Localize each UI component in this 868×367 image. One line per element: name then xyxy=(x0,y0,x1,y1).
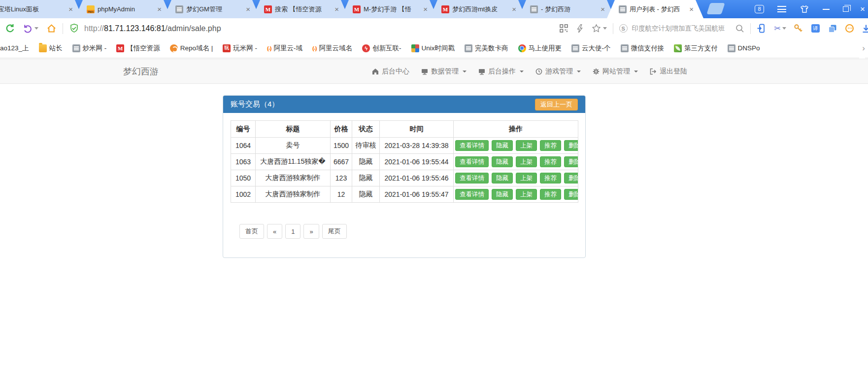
bookmark-item[interactable]: DNSPo xyxy=(728,44,760,52)
browser-tab[interactable]: PMAphpMyAdmin× xyxy=(75,0,171,18)
nav-item-display-1[interactable]: 数据管理 xyxy=(415,59,472,84)
nav-item-clock-3[interactable]: 游戏管理 xyxy=(530,59,587,84)
close-icon[interactable]: × xyxy=(334,5,339,13)
close-icon[interactable]: × xyxy=(157,5,162,13)
recommend-button[interactable]: 推荐 xyxy=(540,156,561,168)
bookmark-item[interactable]: (-)阿里云-域 xyxy=(267,44,302,53)
pagination-first[interactable]: 首页 xyxy=(239,224,264,239)
bookmark-item[interactable]: ao123_上 xyxy=(0,44,29,53)
hide-button[interactable]: 隐藏 xyxy=(492,156,513,168)
home-icon[interactable] xyxy=(46,23,57,34)
search-icon[interactable] xyxy=(735,24,744,33)
delete-button[interactable]: 删除 xyxy=(564,140,578,151)
nav-item-display-2[interactable]: 后台操作 xyxy=(472,59,530,84)
browser-tab[interactable]: 梦幻GM管理× xyxy=(164,0,260,18)
bookmarks-overflow-icon[interactable]: › xyxy=(859,38,865,58)
new-tab-button[interactable] xyxy=(706,3,725,14)
send-to-phone-icon[interactable] xyxy=(757,24,766,33)
skin-icon[interactable] xyxy=(800,5,809,14)
hide-button[interactable]: 隐藏 xyxy=(492,189,513,200)
close-icon[interactable]: × xyxy=(423,5,428,13)
scissors-icon[interactable]: ✂ xyxy=(774,25,781,33)
nav-item-home-0[interactable]: 后台中心 xyxy=(366,59,415,84)
bookmark-item[interactable]: M【悟空资源 xyxy=(116,44,160,53)
back-button[interactable]: 返回上一页 xyxy=(535,99,578,110)
site-brand[interactable]: 梦幻西游 xyxy=(123,59,159,84)
translate-icon[interactable]: 译 xyxy=(811,24,820,33)
tab-title: 梦幻GM管理 xyxy=(186,5,243,14)
bookmark-item[interactable]: 玩玩米网 - xyxy=(223,44,257,53)
bookmark-item[interactable]: ϟ创新互联- xyxy=(362,44,401,53)
admin-navbar: 梦幻西游 后台中心数据管理后台操作游戏管理网站管理退出登陆 xyxy=(0,59,868,84)
view-details-button[interactable]: 查看详情 xyxy=(455,156,489,168)
url-field[interactable]: http://81.71.123.146:81/admin/sale.php xyxy=(84,24,221,33)
browser-tab[interactable]: 宝塔Linux面板× xyxy=(0,0,83,18)
minimize-icon[interactable] xyxy=(823,9,830,10)
close-icon[interactable]: × xyxy=(512,5,516,13)
close-icon[interactable]: × xyxy=(68,5,73,13)
pagination-prev[interactable]: « xyxy=(267,224,282,239)
hide-button[interactable]: 隐藏 xyxy=(492,140,513,151)
delete-button[interactable]: 删除 xyxy=(564,156,578,168)
tab-count-badge[interactable]: 8 xyxy=(755,5,764,13)
bookmark-label: 玩米网 - xyxy=(233,44,257,53)
browser-tab[interactable]: 用户列表 - 梦幻西× xyxy=(607,0,703,18)
browser-tab[interactable]: - 梦幻西游× xyxy=(518,0,615,18)
scissors-caret-icon[interactable] xyxy=(782,27,786,30)
windows-copy-icon[interactable] xyxy=(828,24,837,33)
bookmark-item[interactable]: 完美数卡商 xyxy=(465,44,508,53)
pagination-last[interactable]: 尾页 xyxy=(322,224,347,239)
hide-button[interactable]: 隐藏 xyxy=(492,173,513,184)
list-button[interactable]: 上架 xyxy=(516,189,537,200)
restore-icon[interactable] xyxy=(843,6,849,12)
view-details-button[interactable]: 查看详情 xyxy=(455,189,489,200)
bookmark-item[interactable]: Repo域名 | xyxy=(170,44,213,53)
divider xyxy=(750,23,751,34)
bookmark-item[interactable]: 云大使-个 xyxy=(571,44,611,53)
chevron-down-icon xyxy=(634,71,638,73)
view-details-button[interactable]: 查看详情 xyxy=(455,173,489,184)
close-icon[interactable]: × xyxy=(601,5,605,13)
close-icon[interactable]: × xyxy=(246,5,250,13)
star-icon[interactable] xyxy=(592,24,601,33)
pagination-page-1[interactable]: 1 xyxy=(285,224,300,239)
download-icon[interactable] xyxy=(862,24,868,33)
undo-icon[interactable] xyxy=(23,24,33,33)
list-button[interactable]: 上架 xyxy=(516,140,537,151)
list-button[interactable]: 上架 xyxy=(516,173,537,184)
browser-tab[interactable]: M搜索 【悟空资源× xyxy=(252,0,349,18)
key-icon[interactable] xyxy=(794,24,803,33)
menu-icon[interactable] xyxy=(777,6,786,12)
recommend-button[interactable]: 推荐 xyxy=(540,140,561,151)
security-shield-icon[interactable] xyxy=(69,23,79,34)
nav-item-logout-5[interactable]: 退出登陆 xyxy=(644,59,693,84)
browser-tab[interactable]: M梦幻西游mt换皮× xyxy=(430,0,526,18)
delete-button[interactable]: 删除 xyxy=(564,173,578,184)
delete-button[interactable]: 删除 xyxy=(564,189,578,200)
recommend-button[interactable]: 推荐 xyxy=(540,173,561,184)
close-icon[interactable]: × xyxy=(860,5,865,13)
more-circle-icon[interactable] xyxy=(845,24,854,33)
nav-item-gear-4[interactable]: 网站管理 xyxy=(587,59,644,84)
recommend-button[interactable]: 推荐 xyxy=(540,189,561,200)
bookmark-item[interactable]: 微信支付接 xyxy=(621,44,665,53)
undo-dropdown-caret-icon[interactable] xyxy=(34,27,38,30)
favorites-caret-icon[interactable] xyxy=(603,27,607,30)
pagination-next[interactable]: » xyxy=(303,224,319,239)
qr-code-icon[interactable] xyxy=(560,24,568,33)
lightning-icon[interactable] xyxy=(576,24,583,33)
bookmark-item[interactable]: Unix时间戳 xyxy=(411,44,455,53)
close-icon[interactable]: × xyxy=(689,5,694,13)
m-red-icon: M xyxy=(116,44,124,52)
browser-tab[interactable]: MM-梦幻手游 【悟× xyxy=(341,0,437,18)
list-button[interactable]: 上架 xyxy=(516,156,537,168)
column-header: 时间 xyxy=(380,121,454,138)
bookmark-item[interactable]: 站长 xyxy=(39,44,63,53)
bookmark-item[interactable]: (-)阿里云域名 xyxy=(312,44,352,53)
bookmark-item[interactable]: 第三方支付 xyxy=(674,44,718,53)
bookmark-item[interactable]: 炒米网 - xyxy=(72,44,107,53)
bookmark-item[interactable]: 马上使用更 xyxy=(518,44,562,53)
refresh-icon[interactable] xyxy=(5,23,15,34)
search-suggestion-text[interactable]: 印度航空计划增加直飞美国航班 xyxy=(632,24,732,33)
view-details-button[interactable]: 查看详情 xyxy=(455,140,489,151)
